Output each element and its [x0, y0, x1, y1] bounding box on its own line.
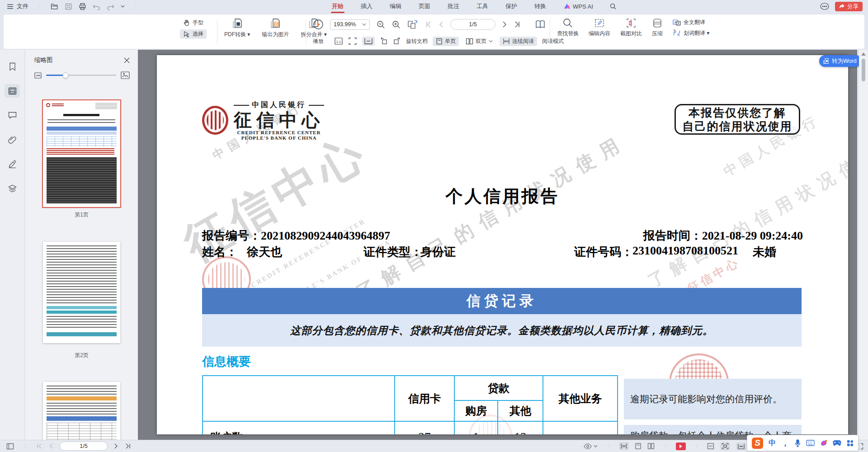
annotate-panel-button[interactable] [5, 157, 20, 171]
org-en-line2: PEOPLE'S BANK OF CHINA [234, 135, 324, 141]
comments-panel-button[interactable] [5, 108, 20, 122]
single-page-button[interactable]: 单页 [433, 37, 459, 46]
status-fit-width-icon [737, 443, 745, 449]
zoom-in-icon[interactable] [392, 20, 401, 29]
fit-width-button[interactable] [362, 37, 375, 46]
tab-edit[interactable]: 编辑 [389, 0, 402, 12]
continuous-read-button[interactable]: 连续阅读 [500, 37, 537, 46]
ime-keyboard-icon[interactable] [806, 440, 815, 446]
status-fit-width-button[interactable] [736, 443, 746, 450]
sogou-logo-icon[interactable]: S [752, 438, 763, 449]
id-no-label: 证件号码： [574, 244, 633, 260]
thumbnail-page-1[interactable] [43, 100, 120, 207]
ime-toolbox-icon[interactable] [847, 440, 854, 447]
status-single-page-icon[interactable] [635, 443, 642, 449]
status-last-page-icon[interactable] [125, 443, 131, 449]
status-actual-size-icon[interactable] [707, 443, 714, 449]
close-panel-icon[interactable] [124, 57, 130, 63]
status-fit-page-button[interactable] [720, 442, 730, 450]
rotate-left-icon[interactable] [380, 37, 388, 45]
tab-convert[interactable]: 转换 [533, 0, 547, 12]
tab-home[interactable]: 开始 [331, 0, 344, 12]
status-fit-page-icon [722, 443, 729, 449]
zoom-out-icon[interactable] [376, 20, 385, 29]
zoom-level-select[interactable]: 193.99% [330, 19, 370, 30]
tab-page[interactable]: 页面 [418, 0, 431, 12]
page-indicator-input[interactable]: 1/5 [450, 19, 495, 30]
pdf-convert-button[interactable]: W PDF转换 ▾ [224, 18, 250, 38]
ime-punctuation-toggle[interactable]: ， [781, 441, 789, 445]
output-image-button[interactable]: 输出为图片 [262, 18, 289, 38]
thumbnail-page-2[interactable] [43, 242, 120, 343]
status-first-page-icon[interactable] [36, 443, 42, 449]
find-replace-button[interactable]: 查找替换 [557, 18, 579, 38]
status-continuous-button[interactable] [619, 442, 629, 450]
status-next-page-icon[interactable] [114, 443, 118, 449]
scrollbar-thumb[interactable] [862, 59, 865, 81]
hand-tool-button[interactable]: 手型 [180, 18, 207, 28]
layers-panel-button[interactable] [5, 182, 20, 195]
thumb-zoom-in-icon[interactable] [121, 71, 130, 79]
more-options-icon[interactable] [820, 3, 830, 10]
last-page-icon[interactable] [514, 21, 521, 28]
tab-wps-ai[interactable]: WPS AI [562, 1, 594, 12]
thumbnails-panel-button[interactable] [5, 84, 20, 98]
status-prev-page-icon[interactable] [49, 443, 53, 449]
next-page-icon[interactable] [502, 21, 507, 28]
pen-icon [8, 160, 17, 168]
print-icon[interactable] [79, 3, 86, 10]
slider-knob[interactable] [63, 72, 69, 78]
toggle-sidebar-icon[interactable] [6, 443, 14, 450]
rotate-right-icon[interactable] [393, 37, 401, 45]
ime-game-icon[interactable] [833, 440, 841, 446]
view-options-button[interactable] [584, 443, 598, 449]
ime-mic-icon[interactable] [795, 439, 801, 447]
convert-to-word-button[interactable]: 转为Word [819, 55, 862, 67]
quick-access-caret-icon[interactable] [121, 5, 125, 8]
bookmarks-panel-button[interactable] [5, 60, 20, 73]
pboc-seal-icon [202, 106, 228, 135]
status-page-indicator[interactable]: 1/5 [60, 442, 108, 451]
share-button[interactable]: 分享 [835, 2, 863, 11]
tab-tools[interactable]: 工具 [476, 0, 489, 12]
ime-language-toggle[interactable]: 中 [769, 438, 776, 448]
first-page-icon[interactable] [425, 21, 432, 28]
tab-protect[interactable]: 保护 [505, 0, 518, 12]
read-mode-label[interactable]: 阅读模式 [542, 38, 564, 45]
save-icon[interactable] [65, 3, 72, 10]
status-double-page-icon[interactable] [647, 443, 655, 449]
pdf-page[interactable]: 中国人民银行 征信中心 CREDIT REFERENCE CENTER PEOP… [157, 55, 848, 434]
word-translate-button[interactable]: 文A 划词翻译 ▾ [673, 29, 709, 37]
redo-icon[interactable] [107, 3, 114, 10]
edit-content-button[interactable]: 编辑内容 [589, 18, 610, 38]
screenshot-compare-button[interactable]: 截图对比 [620, 18, 642, 38]
play-label[interactable]: 播放 [313, 38, 324, 45]
scroll-up-icon[interactable] [861, 52, 866, 56]
double-page-button[interactable]: 双页 [464, 37, 495, 46]
tab-insert[interactable]: 插入 [360, 0, 373, 12]
ime-skin-icon[interactable] [820, 439, 827, 447]
prev-page-icon[interactable] [439, 21, 444, 28]
read-book-icon[interactable] [535, 20, 545, 29]
search-icon[interactable] [609, 3, 617, 10]
attachments-panel-button[interactable] [5, 133, 20, 146]
fit-page-icon[interactable] [348, 37, 357, 45]
full-translate-button[interactable]: A文 全文翻译 [673, 19, 709, 26]
svg-text:1:1: 1:1 [336, 40, 341, 44]
status-play-button[interactable] [676, 443, 686, 450]
rotate-pages-icon[interactable] [407, 19, 419, 29]
thumbnail-page-3[interactable] [43, 382, 120, 440]
undo-icon[interactable] [93, 3, 100, 10]
open-file-icon[interactable] [51, 3, 58, 10]
file-menu[interactable]: 文件 [6, 2, 28, 10]
thumbnail-size-slider[interactable] [46, 75, 116, 76]
tab-comment[interactable]: 批注 [447, 0, 460, 12]
vertical-scrollbar[interactable] [859, 50, 868, 440]
full-translate-icon: A文 [673, 19, 681, 26]
actual-size-icon[interactable]: 1:1 [334, 37, 343, 45]
compress-button[interactable]: 压缩 [652, 18, 663, 38]
select-tool-button[interactable]: 选择 [180, 29, 207, 39]
thumb-zoom-out-icon[interactable] [34, 72, 42, 79]
rotate-doc-label[interactable]: 旋转文档 [406, 38, 428, 45]
play-icon[interactable] [313, 19, 324, 30]
